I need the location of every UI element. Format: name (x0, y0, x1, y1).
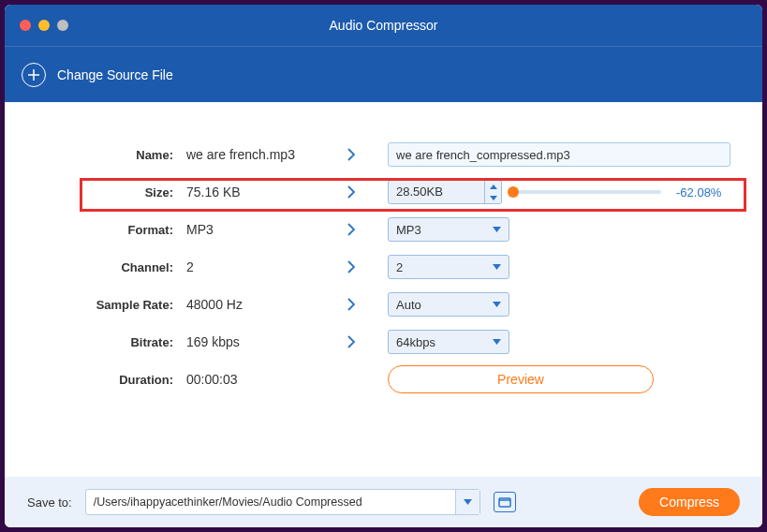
size-step-down[interactable] (485, 192, 501, 203)
size-target-value: 28.50KB (389, 181, 484, 203)
row-duration: Duration: 00:00:03 Preview (5, 361, 762, 398)
save-path-select[interactable]: /Users/ihappyacethinker/Movies/Audio Com… (85, 489, 480, 515)
channel-select[interactable]: 2 (388, 255, 509, 279)
arrow-icon (347, 259, 388, 274)
close-window-button[interactable] (20, 20, 31, 31)
bitrate-select[interactable]: 64kbps (388, 330, 509, 354)
arrow-icon (347, 147, 388, 162)
minimize-window-button[interactable] (38, 20, 50, 31)
preview-button[interactable]: Preview (388, 365, 654, 393)
arrow-icon (347, 185, 388, 200)
size-reduction-percent: -62.08% (671, 185, 721, 200)
bitrate-original: 169 kbps (183, 334, 347, 349)
name-original: we are french.mp3 (183, 147, 347, 162)
traffic-lights (5, 20, 68, 31)
duration-label: Duration: (89, 373, 183, 387)
plus-icon (27, 68, 40, 81)
sample-rate-select[interactable]: Auto (388, 292, 509, 317)
size-original: 75.16 KB (183, 185, 347, 200)
row-bitrate: Bitrate: 169 kbps 64kbps (5, 323, 762, 361)
name-label: Name: (89, 148, 183, 162)
window-title: Audio Compressor (5, 18, 762, 33)
toolbar: Change Source File (5, 46, 762, 102)
save-path-dropdown[interactable] (455, 490, 479, 514)
row-format: Format: MP3 MP3 (5, 211, 762, 248)
channel-label: Channel: (89, 260, 183, 274)
save-to-label: Save to: (27, 495, 72, 510)
chevron-down-icon (493, 227, 501, 232)
channel-original: 2 (183, 259, 347, 274)
duration-value: 00:00:03 (183, 372, 347, 387)
chevron-down-icon (493, 339, 501, 345)
footer: Save to: /Users/ihappyacethinker/Movies/… (5, 477, 762, 527)
chevron-down-icon (493, 302, 501, 307)
change-source-file-label: Change Source File (57, 67, 173, 82)
sample-rate-label: Sample Rate: (89, 298, 183, 312)
open-folder-button[interactable] (494, 492, 516, 512)
slider-thumb[interactable] (508, 186, 519, 198)
titlebar: Audio Compressor (5, 5, 762, 46)
size-step-up[interactable] (485, 181, 501, 192)
row-name: Name: we are french.mp3 (5, 136, 762, 173)
size-slider[interactable] (511, 183, 661, 201)
row-channel: Channel: 2 2 (5, 248, 762, 286)
folder-icon (498, 496, 511, 508)
size-label: Size: (89, 185, 183, 200)
bitrate-label: Bitrate: (89, 335, 183, 349)
format-label: Format: (89, 223, 183, 237)
maximize-window-button[interactable] (57, 20, 68, 31)
change-source-file-button[interactable] (22, 63, 46, 87)
save-path-text: /Users/ihappyacethinker/Movies/Audio Com… (86, 495, 455, 509)
size-spinner[interactable]: 28.50KB (388, 180, 502, 204)
compress-button[interactable]: Compress (639, 488, 740, 516)
row-size: Size: 75.16 KB 28.50KB -62.08% (5, 173, 762, 211)
output-filename-input[interactable] (388, 142, 730, 167)
format-original: MP3 (183, 222, 347, 237)
chevron-down-icon (464, 499, 472, 505)
arrow-icon (347, 222, 388, 237)
content-area: Name: we are french.mp3 Size: 75.16 KB 2… (5, 102, 762, 477)
sample-rate-original: 48000 Hz (183, 297, 347, 312)
format-select[interactable]: MP3 (388, 217, 509, 242)
app-window: Audio Compressor Change Source File Name… (5, 5, 762, 527)
chevron-down-icon (493, 264, 501, 270)
arrow-icon (347, 297, 388, 312)
row-sample-rate: Sample Rate: 48000 Hz Auto (5, 286, 762, 323)
arrow-icon (347, 334, 388, 349)
